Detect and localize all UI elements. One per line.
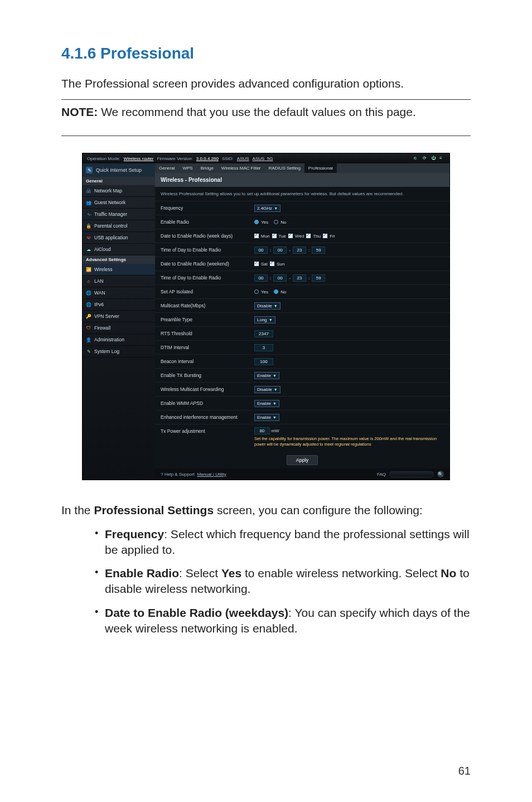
tab-professional[interactable]: Professional xyxy=(304,163,337,173)
sidebar-item-wan[interactable]: 🌐WAN xyxy=(83,287,155,299)
help-support-link[interactable]: Help & Support xyxy=(165,472,195,477)
page-number: 61 xyxy=(458,765,471,777)
sidebar-item-administration[interactable]: 👤Administration xyxy=(83,334,155,346)
radio-no-label: No xyxy=(280,289,286,294)
multicast-select[interactable]: Disable▼ xyxy=(254,302,280,310)
language-icon[interactable]: ⟳ xyxy=(423,156,428,161)
sidebar-item-label: USB application xyxy=(94,235,128,240)
faq-search-input[interactable] xyxy=(389,471,434,477)
row-wmf: Wireless Multicast ForwardingDisable▼ xyxy=(155,382,449,396)
note-label: NOTE: xyxy=(61,105,98,118)
label-wmf: Wireless Multicast Forwarding xyxy=(155,383,250,396)
sidebar-item-ipv6[interactable]: 🌐IPv6 xyxy=(83,299,155,311)
chk-mon[interactable] xyxy=(254,234,259,238)
radio-yes-label: Yes xyxy=(261,220,268,225)
time-m2-input[interactable]: 59 xyxy=(312,274,325,282)
radio-yes[interactable] xyxy=(254,220,259,224)
row-time-week: Time of Day to Enable Radio 00: 00- 23: … xyxy=(155,243,449,257)
row-tx-power: Tx Power adjustment 80 mW Set the capabi… xyxy=(155,424,449,450)
sidebar-item-vpn-server[interactable]: 🔑VPN Server xyxy=(83,311,155,322)
sidebar-item-lan[interactable]: ⌂LAN xyxy=(83,276,155,287)
day-label: Thu xyxy=(313,234,321,239)
time-h1-input[interactable]: 00 xyxy=(254,274,268,282)
sidebar-heading-advanced: Advanced Settings xyxy=(83,255,155,264)
tab-mac-filter[interactable]: Wireless MAC Filter xyxy=(217,163,265,173)
wifi-icon: 📶 xyxy=(86,267,91,272)
feature-list: Frequency: Select which frequency band t… xyxy=(61,526,471,636)
row-date-weekend: Date to Enable Radio (weekend) Sat Sun xyxy=(155,257,449,270)
select-value: Disable xyxy=(257,387,272,392)
radio-no[interactable] xyxy=(274,289,278,294)
ssid-1[interactable]: ASUS xyxy=(237,156,249,161)
chevron-down-icon: ▼ xyxy=(269,318,273,322)
preamble-select[interactable]: Long▼ xyxy=(254,316,275,323)
label-eim: Enhanced interference management xyxy=(155,410,250,424)
sidebar-item-label: Administration xyxy=(94,337,124,342)
usb-icon: Ψ xyxy=(86,235,91,240)
intro-part1: In the xyxy=(61,504,94,516)
apply-button[interactable]: Apply xyxy=(287,455,318,465)
sitemap-icon[interactable]: ≡ xyxy=(439,156,445,161)
chk-sun[interactable] xyxy=(270,262,274,266)
row-rts: RTS Threshold2347 xyxy=(155,326,449,340)
sidebar-item-wireless[interactable]: 📶Wireless xyxy=(83,264,155,276)
txburst-select[interactable]: Enable▼ xyxy=(254,372,279,379)
chk-wed[interactable] xyxy=(288,234,293,238)
reboot-icon[interactable]: ⏻ xyxy=(431,156,437,161)
chevron-down-icon: ▼ xyxy=(273,416,277,419)
chevron-down-icon: ▼ xyxy=(273,402,277,405)
beacon-input[interactable]: 100 xyxy=(254,358,273,365)
time-m1-input[interactable]: 00 xyxy=(273,247,287,254)
time-m1-input[interactable]: 00 xyxy=(273,274,287,282)
time-h1-input[interactable]: 00 xyxy=(254,247,268,254)
sidebar-item-guest-network[interactable]: 👥Guest Network xyxy=(83,197,155,209)
day-label: Fri xyxy=(330,234,335,239)
tab-general[interactable]: General xyxy=(155,163,178,173)
sidebar-item-parental-control[interactable]: 🔒Parental control xyxy=(83,220,155,232)
sidebar-item-traffic-manager[interactable]: ∿Traffic Manager xyxy=(83,209,155,220)
fw-value[interactable]: 3.0.0.4.260 xyxy=(196,156,219,161)
tab-bridge[interactable]: Bridge xyxy=(197,163,217,173)
chevron-down-icon: ▼ xyxy=(273,374,277,378)
intro-paragraph: In the Professional Settings screen, you… xyxy=(61,503,471,519)
chk-fri[interactable] xyxy=(323,234,327,238)
time-h2-input[interactable]: 23 xyxy=(293,247,306,254)
chk-tue[interactable] xyxy=(272,234,277,238)
quick-internet-setup[interactable]: ✎ Quick Internet Setup xyxy=(83,163,155,177)
row-tx-bursting: Enable TX BurstingEnable▼ xyxy=(155,368,449,382)
tab-radius[interactable]: RADIUS Setting xyxy=(265,163,304,173)
op-mode-value[interactable]: Wireless router xyxy=(124,156,154,161)
sidebar-item-usb-application[interactable]: ΨUSB application xyxy=(83,232,155,244)
sidebar-item-firewall[interactable]: 🛡Firewall xyxy=(83,322,155,334)
row-ap-isolated: Set AP IsolatedYes No xyxy=(155,284,449,298)
radio-yes[interactable] xyxy=(254,289,259,294)
chk-sat[interactable] xyxy=(254,262,259,266)
search-icon[interactable]: 🔍 xyxy=(437,471,444,477)
rts-input[interactable]: 2347 xyxy=(254,330,273,337)
radio-yes-label: Yes xyxy=(261,289,268,294)
topbar-icons: ⎋ ⟳ ⏻ ≡ xyxy=(412,156,445,161)
label-frequency: Frequency xyxy=(155,201,250,215)
time-m2-input[interactable]: 59 xyxy=(312,247,325,254)
sidebar-item-network-map[interactable]: 品Network Map xyxy=(83,185,155,197)
chk-thu[interactable] xyxy=(306,234,311,238)
row-beacon: Beacon Interval100 xyxy=(155,354,449,368)
sidebar-item-aicloud[interactable]: ☁AiCloud xyxy=(83,244,155,255)
label-wmm: Enable WMM APSD xyxy=(155,397,250,410)
ssid-2[interactable]: ASUS_5G xyxy=(253,156,273,161)
manual-utility-links[interactable]: Manual | Utility xyxy=(197,472,226,477)
txpower-unit: mW xyxy=(271,428,279,433)
txpower-input[interactable]: 80 xyxy=(254,427,270,434)
frequency-select[interactable]: 2.4GHz▼ xyxy=(254,205,280,212)
time-h2-input[interactable]: 23 xyxy=(293,274,306,282)
sidebar-item-system-log[interactable]: ✎System Log xyxy=(83,346,155,357)
user-icon: 👤 xyxy=(86,337,91,342)
wmf-select[interactable]: Disable▼ xyxy=(254,386,280,393)
eim-select[interactable]: Enable▼ xyxy=(254,414,279,421)
logout-icon[interactable]: ⎋ xyxy=(414,156,419,161)
dtim-input[interactable]: 3 xyxy=(254,344,273,351)
radio-no[interactable] xyxy=(274,220,278,224)
tab-wps[interactable]: WPS xyxy=(178,163,196,173)
wmm-select[interactable]: Enable▼ xyxy=(254,400,279,407)
label-ap-isolated: Set AP Isolated xyxy=(155,285,250,298)
